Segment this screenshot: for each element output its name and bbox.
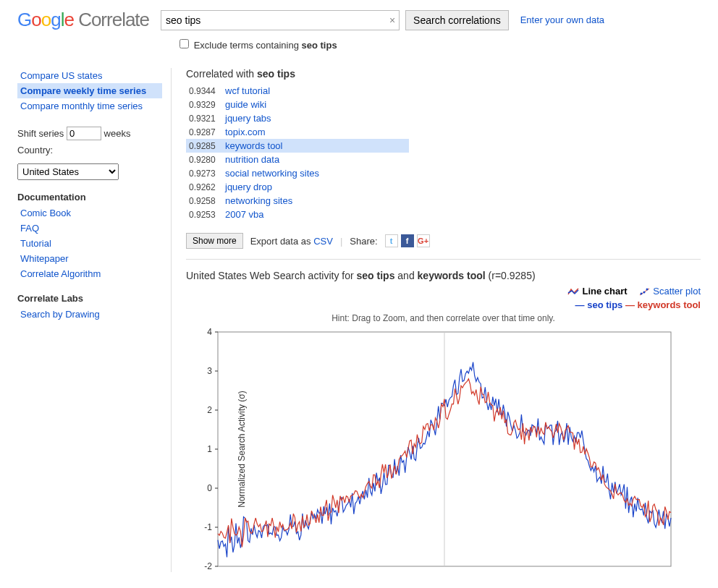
correlation-row[interactable]: 0.9258networking sites [186, 194, 701, 208]
svg-point-3 [646, 288, 649, 290]
chart-tabs: Line chart Scatter plot [186, 286, 701, 298]
chart-area[interactable]: Normalized Search Activity (σ) 43210-1-2 [186, 326, 701, 572]
enter-own-data-link[interactable]: Enter your own data [520, 14, 604, 25]
y-tick: 1 [202, 444, 212, 454]
correlation-term-link[interactable]: nutrition data [225, 154, 279, 165]
y-tick: 3 [202, 366, 212, 376]
export-label: Export data as [250, 236, 313, 247]
divider [186, 259, 701, 260]
compare-link[interactable]: Compare US states [17, 68, 162, 83]
search-correlations-button[interactable]: Search correlations [405, 10, 509, 30]
shift-label-pre: Shift series [17, 128, 64, 139]
shift-series-input[interactable] [67, 127, 101, 140]
correlation-value: 0.9280 [189, 155, 219, 165]
correlation-term-link[interactable]: social networking sites [225, 168, 319, 179]
correlation-row[interactable]: 0.92532007 vba [186, 208, 701, 221]
exclude-checkbox[interactable] [180, 39, 189, 48]
correlation-row[interactable]: 0.9280nutrition data [186, 153, 701, 166]
line-chart-tab[interactable]: Line chart [567, 286, 627, 297]
country-select[interactable]: United States [17, 163, 119, 180]
doc-link[interactable]: Comic Book [17, 205, 162, 221]
y-tick: -2 [202, 561, 212, 571]
correlation-value: 0.9262 [189, 182, 219, 192]
correlation-row[interactable]: 0.9329guide wiki [186, 98, 701, 111]
correlation-value: 0.9329 [189, 100, 219, 110]
correlation-term-link[interactable]: wcf tutorial [225, 85, 270, 96]
correlate-labs-heading: Correlate Labs [17, 293, 162, 304]
correlation-value: 0.9273 [189, 169, 219, 179]
line-chart-svg[interactable] [186, 326, 678, 572]
google-correlate-logo: Google Correlate [17, 9, 149, 31]
exclude-term: seo tips [301, 40, 337, 51]
labs-link[interactable]: Search by Drawing [17, 307, 162, 322]
compare-link[interactable]: Compare weekly time series [17, 83, 162, 98]
chart-title: United States Web Search activity for se… [186, 270, 701, 281]
y-tick: -1 [202, 522, 212, 532]
correlation-value: 0.9258 [189, 196, 219, 206]
y-tick: 2 [202, 405, 212, 415]
correlation-term-link[interactable]: jquery drop [225, 182, 272, 192]
correlation-row[interactable]: 0.9285keywords tool [186, 139, 409, 153]
doc-link[interactable]: Tutorial [17, 236, 162, 251]
header: Google Correlate × Search correlations E… [17, 9, 701, 31]
shift-series-row: Shift series weeks Country: United State… [17, 125, 162, 180]
correlation-term-link[interactable]: jquery tabs [225, 113, 271, 124]
correlation-value: 0.9285 [189, 141, 219, 151]
sidebar: Compare US statesCompare weekly time ser… [17, 68, 172, 572]
correlation-row[interactable]: 0.9321jquery tabs [186, 111, 701, 125]
doc-link[interactable]: FAQ [17, 221, 162, 236]
svg-point-1 [641, 292, 643, 294]
y-tick: 0 [202, 483, 212, 493]
correlation-term-link[interactable]: keywords tool [225, 140, 282, 151]
exclude-label: Exclude terms containing [194, 40, 302, 51]
correlation-value: 0.9321 [189, 114, 219, 124]
correlation-row[interactable]: 0.9273social networking sites [186, 166, 701, 180]
facebook-icon[interactable]: f [401, 234, 414, 247]
correlation-term-link[interactable]: guide wiki [225, 99, 266, 110]
share-label: Share: [350, 236, 377, 247]
correlated-with-heading: Correlated with seo tips [186, 68, 701, 80]
search-input[interactable] [161, 10, 400, 30]
shift-label-post: weeks [104, 128, 131, 139]
main-content: Correlated with seo tips 0.9344wcf tutor… [172, 68, 701, 572]
country-label: Country: [17, 145, 53, 155]
correlation-value: 0.9253 [189, 210, 219, 220]
scatter-plot-icon [638, 287, 650, 296]
separator: | [340, 236, 342, 247]
results-actions: Show more Export data as CSV | Share: t … [186, 233, 701, 249]
scatter-plot-tab[interactable]: Scatter plot [638, 286, 701, 297]
doc-link[interactable]: Correlate Algorithm [17, 266, 162, 281]
exclude-terms-row: Exclude terms containing seo tips [177, 37, 701, 51]
line-chart-icon [567, 287, 579, 296]
correlation-row[interactable]: 0.9262jquery drop [186, 180, 701, 194]
twitter-icon[interactable]: t [385, 234, 398, 247]
correlation-row[interactable]: 0.9344wcf tutorial [186, 84, 701, 98]
correlation-row[interactable]: 0.9287topix.com [186, 125, 701, 139]
doc-link[interactable]: Whitepaper [17, 251, 162, 266]
search-box: × [161, 10, 400, 30]
correlation-term-link[interactable]: 2007 vba [225, 209, 264, 220]
svg-point-2 [643, 291, 646, 293]
y-tick: 4 [202, 327, 212, 337]
chart-hint: Hint: Drag to Zoom, and then correlate o… [186, 313, 701, 323]
export-csv-link[interactable]: CSV [313, 236, 333, 247]
correlation-term-link[interactable]: topix.com [225, 127, 266, 137]
correlation-value: 0.9344 [189, 86, 219, 96]
clear-search-icon[interactable]: × [389, 14, 395, 26]
chart-legend: — seo tips — keywords tool [186, 299, 701, 310]
correlation-term-link[interactable]: networking sites [225, 195, 292, 206]
compare-link[interactable]: Compare monthly time series [17, 98, 162, 114]
documentation-heading: Documentation [17, 192, 162, 203]
show-more-button[interactable]: Show more [186, 233, 243, 249]
y-axis-label: Normalized Search Activity (σ) [237, 391, 247, 507]
correlation-value: 0.9287 [189, 127, 219, 137]
google-plus-icon[interactable]: G+ [417, 234, 430, 247]
